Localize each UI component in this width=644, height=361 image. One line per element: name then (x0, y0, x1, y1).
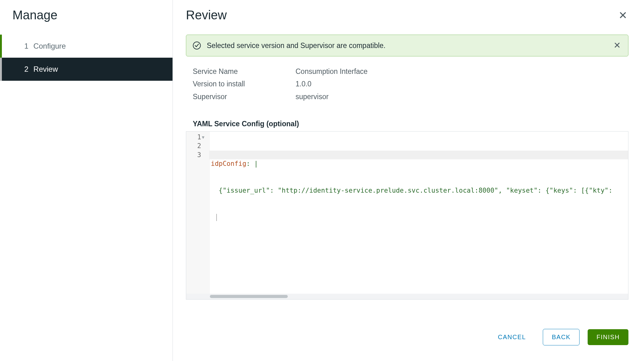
horizontal-scrollbar[interactable] (186, 294, 628, 299)
finish-button[interactable]: FINISH (588, 329, 628, 345)
step-label: Configure (33, 42, 66, 51)
editor-cursor (216, 214, 217, 221)
wizard-main: Review ✕ Selected service version and Su… (173, 0, 644, 361)
code-line: idpConfig: | (211, 159, 628, 168)
code-line: {"issuer_url": "http://identity-service.… (211, 186, 628, 195)
yaml-key: idpConfig (211, 160, 246, 167)
cancel-button[interactable]: CANCEL (489, 329, 535, 345)
field-label: Supervisor (193, 90, 296, 103)
field-value: Consumption Interface (296, 65, 367, 78)
field-label: Version to install (193, 78, 296, 90)
editor-gutter: 1 ▾ 2 3 (186, 132, 210, 294)
step-number: 2 (24, 65, 28, 74)
field-value: 1.0.0 (296, 78, 311, 90)
wizard-sidebar: Manage 1 Configure 2 Review (0, 0, 173, 361)
yaml-string: {"issuer_url": "http://identity-service.… (211, 187, 613, 194)
alert-text: Selected service version and Supervisor … (207, 41, 607, 50)
yaml-config-label: YAML Service Config (optional) (186, 120, 628, 128)
line-number: 2 (197, 142, 201, 150)
editor-body: 1 ▾ 2 3 idpConfig: | {"issuer_url": "htt… (186, 132, 628, 294)
editor-code[interactable]: idpConfig: | {"issuer_url": "http://iden… (210, 132, 628, 294)
sidebar-title: Manage (0, 8, 173, 35)
step-number: 1 (24, 42, 28, 51)
page-title: Review (186, 8, 227, 22)
field-version: Version to install 1.0.0 (186, 78, 628, 90)
yaml-sep: : (246, 160, 254, 167)
line-number: 1 (197, 133, 201, 141)
yaml-pipe: | (254, 160, 258, 167)
wizard-layout: Manage 1 Configure 2 Review Review ✕ Sel… (0, 0, 644, 361)
alert-close-icon[interactable]: ✕ (612, 40, 622, 51)
yaml-editor[interactable]: 1 ▾ 2 3 idpConfig: | {"issuer_url": "htt… (186, 131, 628, 300)
success-alert: Selected service version and Supervisor … (186, 35, 628, 56)
yaml-config-section: YAML Service Config (optional) 1 ▾ 2 3 i… (186, 120, 628, 300)
field-value: supervisor (296, 90, 329, 103)
active-line-highlight (210, 151, 628, 159)
wizard-steps: 1 Configure 2 Review (0, 35, 173, 81)
fold-icon[interactable]: ▾ (201, 133, 205, 142)
wizard-footer: CANCEL BACK FINISH (186, 316, 628, 361)
check-circle-icon (192, 41, 201, 50)
step-review[interactable]: 2 Review (0, 58, 173, 81)
line-number: 3 (197, 151, 201, 159)
step-configure[interactable]: 1 Configure (0, 35, 173, 58)
main-header: Review ✕ (186, 8, 628, 22)
svg-point-0 (193, 42, 200, 49)
field-label: Service Name (193, 65, 296, 78)
back-button[interactable]: BACK (543, 329, 580, 345)
code-line (211, 213, 628, 222)
field-service-name: Service Name Consumption Interface (186, 65, 628, 78)
field-supervisor: Supervisor supervisor (186, 90, 628, 103)
step-label: Review (33, 65, 58, 74)
scrollbar-thumb[interactable] (210, 295, 288, 298)
close-icon[interactable]: ✕ (617, 9, 628, 22)
